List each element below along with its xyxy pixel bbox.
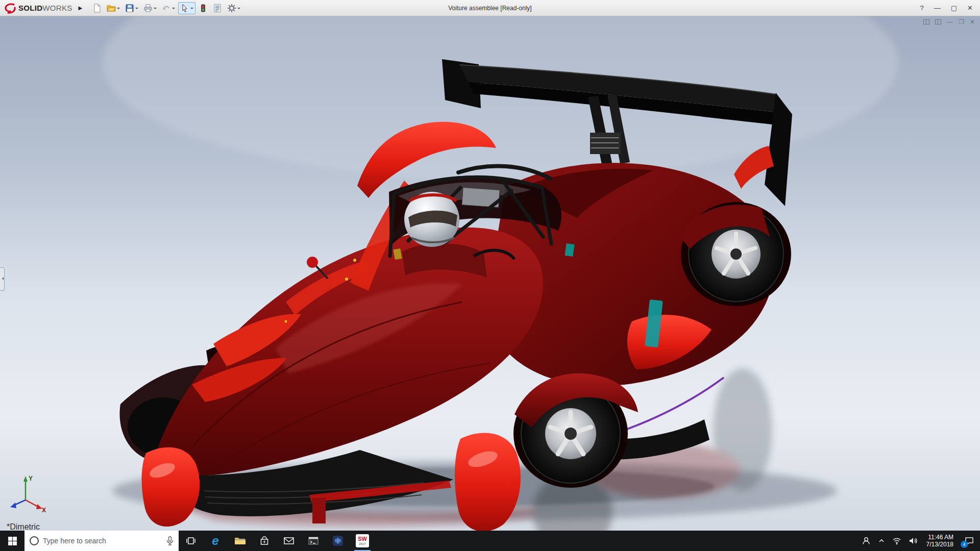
file-properties-icon: [213, 4, 222, 13]
document-window-controls: — ❐ ✕: [923, 19, 975, 25]
solidworks-app-icon: SW 2017: [356, 534, 369, 547]
undo-arrow-icon: [162, 4, 171, 13]
select-cursor-icon: [180, 4, 189, 13]
show-hidden-icons-button[interactable]: [874, 531, 889, 551]
save-button[interactable]: [123, 2, 140, 14]
save-floppy-icon: [125, 4, 134, 13]
new-document-button[interactable]: [90, 2, 104, 14]
file-explorer-icon: [234, 536, 246, 545]
dropdown-caret[interactable]: [117, 8, 120, 11]
people-button[interactable]: [858, 531, 874, 551]
mail-button[interactable]: [277, 531, 301, 551]
graphics-viewport[interactable]: — ❐ ✕ Y X *Dimetric: [0, 16, 980, 531]
windows-taskbar: e SW: [0, 531, 980, 551]
rebuild-stoplight-icon: [199, 4, 208, 13]
media-app-button[interactable]: [326, 531, 350, 551]
taskbar-search[interactable]: [24, 531, 179, 551]
doc-close-icon[interactable]: ✕: [970, 19, 975, 25]
triad-x-label: X: [42, 507, 46, 513]
store-bag-icon: [260, 536, 269, 545]
doc-dock-right-icon[interactable]: [935, 19, 941, 24]
file-explorer-button[interactable]: [228, 531, 252, 551]
select-button[interactable]: [178, 2, 195, 14]
feature-tree-flyout-tab[interactable]: [0, 267, 5, 291]
solidworks-app-button[interactable]: SW 2017: [350, 531, 375, 551]
options-button[interactable]: [225, 2, 242, 14]
main-toolbar: [90, 2, 242, 14]
microphone-icon[interactable]: [166, 536, 174, 545]
media-app-icon: [332, 535, 344, 546]
network-button[interactable]: [889, 531, 905, 551]
rebuild-button[interactable]: [197, 2, 210, 14]
notification-badge: 4: [961, 541, 968, 548]
doc-dock-left-icon[interactable]: [923, 19, 929, 24]
start-button[interactable]: [0, 531, 24, 551]
store-button[interactable]: [252, 531, 277, 551]
dassault-swirl-icon: [4, 3, 16, 14]
orientation-triad: Y X: [8, 473, 49, 513]
task-view-button[interactable]: [179, 531, 203, 551]
chevron-up-icon: [878, 537, 885, 544]
mail-envelope-icon: [284, 537, 294, 545]
titlebar: SOLIDWORKS ▶: [0, 0, 980, 16]
dropdown-caret[interactable]: [190, 8, 193, 11]
brand-works: WORKS: [42, 4, 72, 12]
terminal-app-button[interactable]: [301, 531, 326, 551]
document-title: Voiture assemblee [Read-only]: [448, 5, 531, 12]
3d-scene-car-model[interactable]: [0, 16, 980, 531]
dropdown-caret[interactable]: [172, 8, 175, 11]
doc-restore-icon[interactable]: ❐: [959, 19, 964, 25]
print-icon: [143, 4, 153, 13]
volume-button[interactable]: [905, 531, 921, 551]
open-button[interactable]: [105, 2, 122, 14]
wifi-icon: [892, 537, 901, 545]
clock-date: 7/13/2018: [926, 541, 953, 548]
speaker-icon: [909, 537, 918, 545]
dropdown-caret[interactable]: [154, 8, 157, 11]
toolbar-flyout-arrow[interactable]: ▶: [76, 3, 86, 13]
undo-button[interactable]: [160, 2, 177, 14]
taskbar-clock[interactable]: 11:46 AM 7/13/2018: [921, 531, 959, 551]
brand-solid: SOLID: [18, 4, 42, 12]
close-button[interactable]: ✕: [967, 4, 973, 12]
solidworks-logo: SOLIDWORKS: [4, 3, 76, 14]
people-icon: [862, 536, 871, 545]
window-controls: ? — ▢ ✕: [920, 4, 976, 12]
maximize-button[interactable]: ▢: [951, 4, 957, 12]
task-view-icon: [186, 536, 196, 545]
windows-logo-icon: [8, 537, 17, 545]
cortana-icon[interactable]: [30, 536, 39, 545]
action-center-button[interactable]: 4: [959, 531, 980, 551]
help-button[interactable]: ?: [920, 4, 924, 12]
edge-icon: e: [212, 534, 218, 548]
new-document-icon: [92, 4, 102, 13]
minimize-button[interactable]: —: [934, 4, 941, 12]
system-tray: 11:46 AM 7/13/2018 4: [858, 531, 980, 551]
dropdown-caret[interactable]: [135, 8, 138, 11]
dropdown-caret[interactable]: [237, 8, 240, 11]
terminal-icon: [308, 536, 318, 545]
file-properties-button[interactable]: [211, 2, 224, 14]
search-input[interactable]: [43, 537, 162, 545]
clock-time: 11:46 AM: [928, 534, 953, 541]
doc-minimize-icon[interactable]: —: [947, 19, 953, 25]
edge-button[interactable]: e: [203, 531, 228, 551]
view-orientation-label: *Dimetric: [7, 522, 40, 531]
triad-y-label: Y: [29, 475, 33, 482]
open-folder-icon: [107, 4, 116, 13]
print-button[interactable]: [141, 2, 159, 14]
options-gear-icon: [227, 4, 236, 13]
